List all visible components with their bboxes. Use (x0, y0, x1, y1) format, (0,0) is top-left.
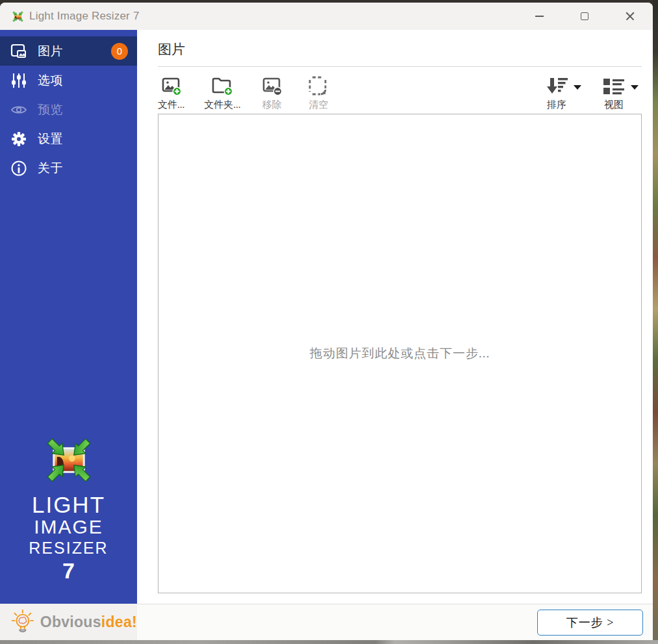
sidebar-item-label: 选项 (38, 72, 63, 89)
sliders-icon (10, 72, 27, 89)
obviousidea-wordmark: Obviousidea! (40, 613, 137, 631)
sort-descending-icon (545, 75, 568, 96)
logo-word-image: IMAGE (0, 516, 137, 539)
logo-word-light: LIGHT (0, 493, 137, 516)
clear-button[interactable]: 清空 (309, 75, 329, 111)
maximize-icon (581, 12, 588, 20)
maximize-button[interactable] (562, 3, 607, 30)
view-mode-icon (602, 75, 626, 96)
sidebar-item-label: 关于 (38, 160, 63, 177)
logo-word-resizer: RESIZER (0, 538, 137, 558)
close-button[interactable] (607, 3, 653, 30)
window-title: Light Image Resizer 7 (29, 10, 140, 23)
drop-zone-hint: 拖动图片到此处或点击下一步... (310, 345, 490, 362)
app-logo-icon (12, 10, 24, 23)
minimize-icon (535, 16, 544, 17)
eye-icon (10, 101, 27, 118)
next-step-button[interactable]: 下一步 > (537, 610, 643, 636)
add-image-icon (161, 75, 182, 96)
photos-icon (10, 43, 27, 60)
page-title: 图片 (158, 40, 642, 58)
sidebar-item-settings[interactable]: 设置 (0, 124, 137, 153)
sidebar-item-about[interactable]: 关于 (0, 153, 137, 183)
add-folder-button[interactable]: 文件夹... (204, 75, 240, 111)
logo-version-number: 7 (0, 558, 137, 584)
sidebar-item-label: 预览 (38, 101, 63, 118)
desktop-edge-right (653, 0, 658, 644)
app-logo-block: LIGHT IMAGE RESIZER 7 (0, 435, 137, 584)
obviousidea-footer[interactable]: Obviousidea! (0, 604, 137, 640)
desktop-edge-bottom (0, 640, 658, 644)
sidebar-item-options[interactable]: 选项 (0, 66, 137, 95)
title-bar[interactable]: Light Image Resizer 7 (0, 3, 653, 30)
gear-icon (10, 131, 27, 148)
lightbulb-icon (9, 608, 36, 636)
image-count-badge: 0 (111, 43, 128, 60)
brand-gray-text: Obvious (40, 613, 101, 630)
view-button[interactable]: 视图 (602, 75, 626, 111)
sidebar-item-images[interactable]: 图片 0 (0, 36, 137, 66)
close-icon (626, 12, 635, 21)
app-window: Light Image Resizer 7 图片 (0, 3, 653, 640)
sidebar-item-label: 图片 (38, 43, 63, 60)
app-logo-big-icon (44, 435, 94, 485)
add-folder-icon (211, 75, 233, 96)
clear-selection-icon (309, 75, 329, 96)
sort-button[interactable]: 排序 (545, 75, 568, 111)
brand-orange-text: idea! (101, 613, 137, 630)
minimize-button[interactable] (516, 3, 562, 30)
sidebar-item-label: 设置 (38, 131, 63, 148)
sort-dropdown-caret[interactable] (574, 85, 581, 90)
info-icon (10, 160, 27, 177)
sidebar: 图片 0 选项 (0, 30, 137, 640)
remove-button[interactable]: 移除 (262, 75, 283, 111)
bottom-action-bar: 下一步 > (137, 604, 653, 640)
remove-image-icon (262, 75, 283, 96)
image-drop-zone[interactable]: 拖动图片到此处或点击下一步... (158, 114, 642, 593)
main-panel: 图片 文件... (137, 30, 653, 640)
add-files-button[interactable]: 文件... (158, 75, 184, 111)
view-dropdown-caret[interactable] (631, 85, 639, 90)
toolbar: 文件... 文件夹... (137, 67, 653, 110)
sidebar-item-preview[interactable]: 预览 (0, 95, 137, 124)
